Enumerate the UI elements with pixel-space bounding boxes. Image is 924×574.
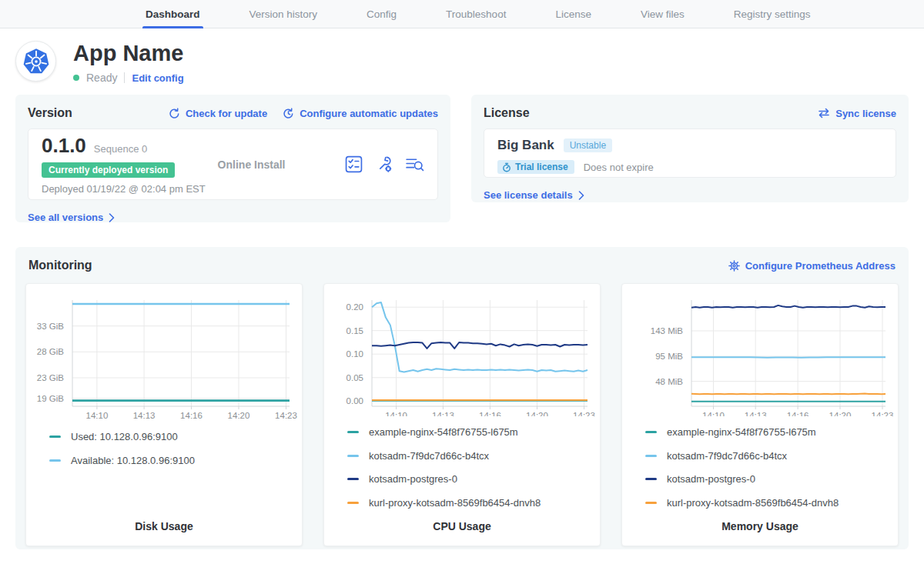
deployed-timestamp: Deployed 01/19/22 @ 02:04 pm EST (42, 183, 218, 195)
svg-text:14:20: 14:20 (228, 411, 250, 420)
memory-usage-chart: 143 MiB95 MiB48 MiB14:1014:1314:1614:201… (622, 292, 899, 416)
version-card-title: Version (28, 106, 72, 120)
svg-text:14:13: 14:13 (745, 411, 767, 416)
legend-item-kotsadm-postgres-0: kotsadm-postgres-0 (347, 473, 600, 485)
cpu-usage-chart: 0.200.150.100.050.0014:1014:1314:1614:20… (324, 292, 601, 416)
chart-title: CPU Usage (324, 520, 600, 532)
legend-color-swatch (347, 502, 359, 504)
tab-version-history[interactable]: Version history (246, 0, 321, 28)
legend-label: Available: 10.128.0.96:9100 (71, 455, 195, 466)
svg-text:0.00: 0.00 (346, 397, 363, 406)
legend-color-swatch (347, 431, 359, 433)
tab-registry-settings[interactable]: Registry settings (731, 0, 814, 28)
status-dot (73, 75, 79, 81)
svg-text:14:23: 14:23 (573, 411, 595, 416)
app-logo (15, 41, 56, 82)
svg-text:0.05: 0.05 (346, 373, 363, 382)
svg-text:14:23: 14:23 (275, 411, 297, 420)
charts-row: 33 GiB28 GiB23 GiB19 GiB14:1014:1314:161… (25, 283, 899, 546)
tab-config[interactable]: Config (363, 0, 400, 28)
chart-panel-disk-usage: 33 GiB28 GiB23 GiB19 GiB14:1014:1314:161… (25, 283, 303, 546)
legend-label: kurl-proxy-kotsadm-8569fb6454-dnvh8 (369, 497, 541, 509)
top-navbar: DashboardVersion historyConfigTroublesho… (0, 0, 924, 28)
trial-license-badge: Trial license (497, 160, 574, 174)
deployed-badge: Currently deployed version (42, 162, 175, 178)
svg-text:143 MiB: 143 MiB (651, 326, 684, 335)
chevron-right-icon (578, 191, 584, 200)
license-expiry: Does not expire (584, 162, 654, 173)
legend-label: kurl-proxy-kotsadm-8569fb6454-dnvh8 (667, 497, 839, 509)
cpu-usage-legend: example-nginx-54f8f76755-l675m kotsadm-7… (324, 416, 600, 520)
svg-text:14:20: 14:20 (829, 411, 852, 416)
legend-color-swatch (347, 455, 359, 457)
legend-color-swatch (49, 436, 61, 438)
legend-label: kotsadm-7f9dc7d66c-b4tcx (369, 450, 489, 462)
svg-text:14:13: 14:13 (133, 411, 156, 420)
tab-view-files[interactable]: View files (638, 0, 688, 28)
svg-text:33 GiB: 33 GiB (37, 322, 64, 331)
configure-automatic-updates-button[interactable]: Configure automatic updates (283, 108, 438, 119)
svg-text:14:10: 14:10 (86, 411, 109, 420)
disk-usage-legend: Used: 10.128.0.96:9100 Available: 10.128… (26, 421, 302, 520)
legend-label: kotsadm-7f9dc7d66c-b4tcx (667, 450, 787, 462)
tab-license[interactable]: License (552, 0, 594, 28)
svg-text:0.15: 0.15 (346, 326, 363, 335)
app-header: App Name Ready Edit config (15, 41, 909, 84)
see-license-details-row: See license details (484, 188, 896, 202)
channel-badge: Unstable (564, 138, 612, 152)
configure-prometheus-button[interactable]: Configure Prometheus Address (728, 260, 896, 272)
legend-label: example-nginx-54f8f76755-l675m (667, 426, 816, 438)
chevron-right-icon (109, 213, 115, 222)
clock-update-icon (283, 108, 294, 119)
svg-text:23 GiB: 23 GiB (37, 373, 64, 382)
cards-row: Version Check for update (15, 95, 909, 222)
install-type-label: Online Install (218, 159, 333, 171)
page-title: App Name (73, 41, 184, 66)
svg-text:28 GiB: 28 GiB (37, 348, 64, 357)
svg-text:0.10: 0.10 (346, 350, 363, 359)
see-all-versions-link[interactable]: See all versions (28, 212, 115, 223)
license-card: License Sync license Big Bank Unstable (471, 95, 909, 202)
svg-text:19 GiB: 19 GiB (37, 394, 64, 403)
kubernetes-icon (18, 44, 54, 79)
app-status-row: Ready Edit config (73, 72, 184, 84)
view-logs-icon[interactable] (405, 155, 424, 173)
svg-text:14:23: 14:23 (872, 411, 894, 416)
version-number: 0.1.0 (42, 134, 86, 158)
check-for-update-button[interactable]: Check for update (169, 108, 267, 119)
license-name: Big Bank (497, 138, 554, 153)
legend-color-swatch (645, 431, 657, 433)
edit-config-link[interactable]: Edit config (132, 72, 183, 84)
legend-color-swatch (347, 478, 359, 480)
license-card-header: License Sync license (484, 106, 896, 120)
legend-label: kotsadm-postgres-0 (667, 473, 755, 485)
config-wrench-icon[interactable] (375, 155, 393, 173)
chart-title: Disk Usage (26, 520, 302, 532)
sync-license-button[interactable]: Sync license (818, 108, 896, 119)
app-header-text: App Name Ready Edit config (73, 41, 184, 84)
see-all-versions-row: See all versions (28, 210, 438, 224)
monitoring-card: Monitoring Configure Prometheus Address (15, 247, 909, 549)
sequence-label: Sequence 0 (94, 143, 147, 155)
disk-usage-chart: 33 GiB28 GiB23 GiB19 GiB14:1014:1314:161… (26, 292, 303, 421)
legend-item-example-nginx-54f8f76755-l675m: example-nginx-54f8f76755-l675m (347, 426, 600, 438)
svg-text:14:13: 14:13 (432, 411, 454, 416)
svg-text:95 MiB: 95 MiB (655, 352, 683, 361)
svg-text:14:20: 14:20 (526, 411, 548, 416)
gear-icon (728, 260, 740, 272)
preflight-checks-icon[interactable] (345, 155, 363, 173)
legend-item-kurl-proxy-kotsadm-8569fb6454-dnvh8: kurl-proxy-kotsadm-8569fb6454-dnvh8 (347, 497, 600, 509)
legend-item-used-10-128-0-96-9100: Used: 10.128.0.96:9100 (49, 431, 302, 442)
tab-troubleshoot[interactable]: Troubleshoot (443, 0, 509, 28)
svg-text:14:10: 14:10 (702, 411, 725, 416)
legend-item-kurl-proxy-kotsadm-8569fb6454-dnvh8: kurl-proxy-kotsadm-8569fb6454-dnvh8 (645, 497, 898, 509)
legend-color-swatch (645, 502, 657, 504)
legend-item-available-10-128-0-96-9100: Available: 10.128.0.96:9100 (49, 455, 302, 466)
chart-panel-cpu-usage: 0.200.150.100.050.0014:1014:1314:1614:20… (323, 283, 601, 546)
version-actions (333, 155, 424, 173)
legend-color-swatch (645, 455, 657, 457)
svg-text:48 MiB: 48 MiB (655, 377, 683, 386)
tab-dashboard[interactable]: Dashboard (142, 0, 203, 28)
svg-text:14:16: 14:16 (787, 411, 809, 416)
see-license-details-link[interactable]: See license details (484, 189, 584, 201)
